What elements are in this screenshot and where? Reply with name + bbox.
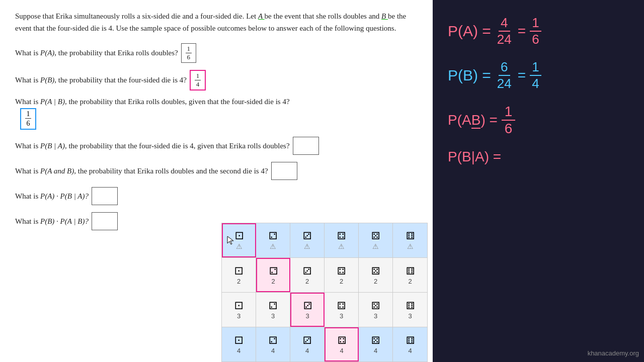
question-5: What is P(A and B) , the probability tha… [15,162,418,180]
sample-cell: ⚀2 [222,258,256,292]
chalk-pb-frac1: 6 24 [495,59,514,92]
q6-prefix: What is [15,192,38,201]
chalk-pab-label: P(AB) = [448,112,498,128]
question-4: What is P(B | A) , the probability that … [15,137,418,155]
sample-cell: ⚀3 [222,293,256,327]
chalk-pb-block: P(B) = 6 24 = 1 4 [448,59,541,92]
chalk-pab-frac: 1 6 [502,104,516,137]
q3-answer-area: 1 6 [17,108,418,130]
q3-prob: P(A | B) [40,98,65,106]
q7-expr: P(B) · P(A | B)? [40,217,89,226]
chalk-pb-frac1-den: 24 [495,76,514,92]
chalk-pab-frac-den: 6 [502,121,516,137]
chalk-pb-frac1-num: 6 [499,59,510,76]
sample-cell: ⚂3 [290,293,325,327]
right-panel: P(A) = 4 24 = 1 6 P(B) = 6 24 = 1 4 [433,0,644,362]
q3-answer-den: 6 [25,119,31,128]
chalk-pab-frac-num: 1 [502,104,516,121]
chalk-pb-frac2-num: 1 [530,59,541,76]
sample-cell: ⚀⚠ [222,223,256,257]
sample-cell: ⚄3 [359,293,393,327]
sample-cell: ⚅⚠ [393,223,427,257]
q3-suffix: , the probability that Erika rolls doubl… [65,98,290,106]
sample-cell: ⚃⚠ [325,223,359,257]
chalk-pab-block: P(AB) = 1 6 [448,104,515,137]
sample-cell: ⚂⚠ [290,223,325,257]
sample-cell: ⚃2 [325,258,359,292]
sample-space-table: ⚀⚠⚁⚠⚂⚠⚃⚠⚄⚠⚅⚠⚀2⚁2⚂2⚃2⚄2⚅2⚀3⚁3⚂3⚃3⚄3⚅3⚀4⚁4… [221,223,428,362]
sample-cell: ⚃3 [325,293,359,327]
sample-cell: ⚄4 [359,327,393,361]
q2-answer-num: 1 [195,72,201,80]
q1-prefix: What is [15,49,38,57]
chalk-pa-block: P(A) = 4 24 = 1 6 [448,15,541,47]
q5-prob: P(A and B) [40,167,74,175]
chalk-pba-block: P(B|A) = [448,149,501,165]
chalk-pb-frac2-den: 4 [530,76,541,92]
brand-label: khanacademy.org [588,349,639,357]
chalk-pa-frac2: 1 6 [530,15,541,47]
q7-answer-box[interactable] [92,212,118,230]
chalk-pa-frac2-den: 6 [530,32,541,47]
sample-cell: ⚂4 [290,327,325,361]
event-a-label: A [258,12,265,20]
q1-answer-den: 6 [186,53,192,61]
q1-suffix: , the probability that Erika rolls doubl… [54,49,178,57]
q7-prefix: What is [15,217,38,226]
chalk-pa-frac2-num: 1 [530,15,541,32]
chalk-pb-frac2: 1 4 [530,59,541,92]
q3-prefix: What is [15,98,38,106]
sample-cell: ⚅3 [393,293,427,327]
q1-answer-num: 1 [186,45,192,53]
sample-cell: ⚀4 [222,327,256,361]
intro-text-1: Suppose that Erika simultaneously rolls … [15,12,256,20]
q2-prefix: What is [15,76,38,84]
sample-cell: ⚄⚠ [359,223,393,257]
chalk-pa-frac1-den: 24 [495,32,514,47]
q5-answer-box[interactable] [271,162,297,180]
q5-suffix: , the probability that Erika rolls doubl… [74,167,268,175]
question-3: What is P(A | B) , the probability that … [15,98,418,106]
intro-text-2: be the event that she rolls doubles and [265,12,380,20]
q4-answer-box[interactable] [293,137,319,155]
q4-suffix: , the probability that the four-sided di… [65,142,290,150]
q5-prefix: What is [15,167,38,175]
q1-answer-box[interactable]: 1 6 [181,43,196,63]
chalk-pa-frac1: 4 24 [495,15,514,47]
q6-answer-box[interactable] [92,187,118,205]
sample-cell: ⚂2 [290,258,325,292]
q2-prob: P(B) [40,76,54,84]
sample-cell: ⚁⚠ [256,223,290,257]
sample-cell: ⚁2 [256,258,290,292]
question-6: What is P(A) · P(B | A)? [15,187,418,205]
left-panel: Suppose that Erika simultaneously rolls … [0,0,433,362]
q3-answer-box[interactable]: 1 6 [20,108,36,130]
intro-paragraph: Suppose that Erika simultaneously rolls … [15,10,418,34]
sample-cell: ⚁3 [256,293,290,327]
sample-cell: ⚃4 [325,327,359,361]
question-1: What is P(A) , the probability that Erik… [15,43,418,63]
event-b-label: B [381,12,388,20]
q2-answer-den: 4 [195,80,201,88]
q3-answer-num: 1 [25,110,31,119]
q1-prob: P(A) [40,49,54,57]
sample-cell: ⚄2 [359,258,393,292]
q2-suffix: , the probability that the four-sided di… [54,76,187,84]
q2-answer-box[interactable]: 1 4 [190,70,206,90]
q4-prefix: What is [15,142,38,150]
chalk-pa-frac1-num: 4 [499,15,510,32]
q4-prob: P(B | A) [40,142,65,150]
chalk-pb-label: P(B) = [448,67,491,84]
question-2: What is P(B) , the probability that the … [15,70,418,90]
sample-cell: ⚅2 [393,258,427,292]
chalk-pa-label: P(A) = [448,23,491,40]
chalk-pa-eq: = [518,23,526,39]
sample-cell: ⚅4 [393,327,427,361]
chalk-pba-label: P(B|A) = [448,149,501,165]
chalk-pb-eq: = [518,67,526,83]
q6-expr: P(A) · P(B | A)? [40,192,89,201]
sample-cell: ⚁4 [256,327,290,361]
